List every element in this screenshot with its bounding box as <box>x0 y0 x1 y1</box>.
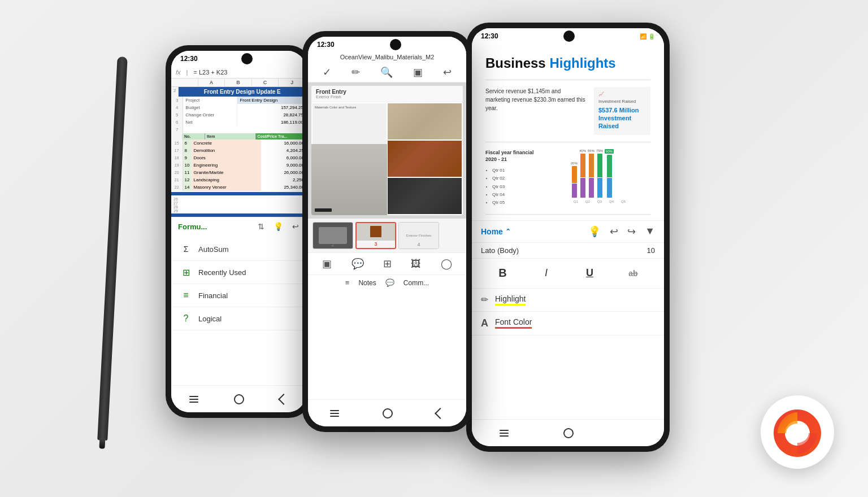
ppt-nav-bar <box>308 399 466 426</box>
word-service-text: Service revenue $1,145m and marketing re… <box>485 87 587 135</box>
row-num: 5 <box>171 111 183 119</box>
x-label-q4: Q4 <box>606 200 617 203</box>
menu-item-financial[interactable]: ≡ Financial <box>171 284 306 307</box>
word-bottom-toolbar: Home ⌃ 💡 ↩ ↪ ▼ Lato (Body) 10 B I U <box>472 220 664 335</box>
menu-item-recently-used[interactable]: ⊞ Recently Used <box>171 261 306 284</box>
col-header-a: A <box>198 79 225 86</box>
row-num: 4 <box>171 104 183 111</box>
ppt-bottom-toolbar[interactable]: ▣ 💬 ⊞ 🖼 ◯ <box>308 252 466 274</box>
home-tab[interactable]: Home ⌃ <box>481 227 511 236</box>
bar-group-q5: 90% <box>605 149 614 198</box>
ppt-nav-menu[interactable] <box>330 410 339 417</box>
ppt-right-content <box>388 103 462 214</box>
word-investment-raised-icon: 📈 <box>598 91 646 97</box>
table-row: 17 8 Demolition 4,204.25 <box>171 147 306 154</box>
ppt-undo-icon[interactable]: ↩ <box>443 66 452 79</box>
word-highlight-row[interactable]: ✏ Highlight <box>472 289 664 312</box>
comment-icon[interactable]: 💬 <box>351 258 364 270</box>
ppt-toolbar[interactable]: ✓ ✏ 🔍 ▣ ↩ <box>308 63 466 82</box>
ppt-main-slide[interactable]: Front Entry Exterior Finish Materials Co… <box>311 86 463 215</box>
menu-item-logical[interactable]: ? Logical <box>171 307 306 330</box>
check-icon[interactable]: ✓ <box>323 66 331 79</box>
list-item: Qtr 05 <box>492 199 565 207</box>
word-divider-1 <box>485 80 650 80</box>
bar-q3-a <box>589 154 594 177</box>
bar-group-q1: 20% <box>571 149 578 198</box>
word-nav-home[interactable] <box>563 428 574 438</box>
office-logo <box>761 395 834 469</box>
notes-icon[interactable]: ≡ <box>345 278 350 287</box>
cost-table-header: No. Item Cost/Price Tra... <box>171 133 306 139</box>
present-icon[interactable]: ▣ <box>413 66 423 79</box>
strikethrough-button[interactable]: ab <box>623 263 644 284</box>
excel-camera <box>241 53 253 64</box>
slide-view-icon[interactable]: ▣ <box>322 258 332 270</box>
word-status-icons: 📶 🔋 <box>640 33 655 40</box>
excel-formula-bar[interactable]: fx | = L23 + K23 <box>171 67 306 79</box>
excel-col-headers: A B C J <box>171 79 306 87</box>
excel-project-table: 3 Project Front Entry Design 4 Budget 15… <box>171 97 306 133</box>
ppt-camera <box>390 39 401 50</box>
word-status-bar: 12:30 📶 🔋 <box>472 28 664 44</box>
font-color-bar <box>495 327 532 329</box>
word-divider-3 <box>485 214 650 215</box>
word-font-size[interactable]: 10 <box>647 246 655 255</box>
nav-home-icon[interactable] <box>234 394 244 404</box>
excel-toolbar-icons: ⇅ 💡 ↩ <box>258 222 299 231</box>
word-redo-icon[interactable]: ↪ <box>627 225 636 238</box>
italic-button[interactable]: I <box>536 263 557 284</box>
ppt-time: 12:30 <box>317 41 335 49</box>
ppt-metal-material <box>388 178 462 214</box>
word-document-title: Business Highlights <box>485 55 650 72</box>
table-row: 20 11 Granite/Marble 26,000.00 <box>171 169 306 176</box>
image-icon[interactable]: 🖼 <box>411 258 421 270</box>
bold-button[interactable]: B <box>493 263 513 284</box>
col-header-row <box>171 79 198 86</box>
formula-display: = L23 + K23 <box>193 69 227 76</box>
bulb-icon[interactable]: 💡 <box>274 222 283 231</box>
ppt-nav-home[interactable] <box>383 408 393 418</box>
ppt-nav-back[interactable] <box>435 408 446 419</box>
excel-formula-label[interactable]: Formu... <box>178 223 207 231</box>
comments-label[interactable]: Comm... <box>403 279 429 287</box>
word-title-highlight: Highlights <box>549 55 615 71</box>
word-tab-row[interactable]: Home ⌃ 💡 ↩ ↪ ▼ <box>472 221 664 243</box>
ppt-thumb-2[interactable]: 2 <box>313 222 353 249</box>
word-more-icon[interactable]: ▼ <box>645 225 655 237</box>
highlight-pen-icon: ✏ <box>481 294 488 305</box>
ppt-notes-row: ≡ Notes 💬 Comm... <box>308 274 466 290</box>
x-label-q5: Q5 <box>618 200 628 203</box>
ppt-label-bar <box>315 208 332 212</box>
shape-icon[interactable]: ◯ <box>441 258 452 270</box>
ppt-phone: 12:30 OceanView_Malibu_Materials_M2 ✓ ✏ … <box>302 31 472 432</box>
word-investment-amount: $537.6 MillionInvestmentRaised <box>598 106 646 130</box>
nav-menu-icon[interactable] <box>189 396 198 403</box>
nav-back-icon[interactable] <box>278 394 289 405</box>
word-bulb-icon[interactable]: 💡 <box>588 225 601 238</box>
financial-icon: ≡ <box>180 290 192 301</box>
word-undo-icon[interactable]: ↩ <box>610 225 618 238</box>
recently-used-label: Recently Used <box>198 268 246 277</box>
bar-q4-b <box>597 178 602 198</box>
excel-menu: Σ AutoSum ⊞ Recently Used ≡ Financial ? … <box>171 236 306 333</box>
bar-q5-a <box>607 155 612 178</box>
menu-item-autosum[interactable]: Σ AutoSum <box>171 238 306 261</box>
word-nav-menu[interactable] <box>500 430 509 437</box>
notes-label[interactable]: Notes <box>358 279 376 287</box>
sort-icon[interactable]: ⇅ <box>258 222 264 231</box>
underline-button[interactable]: U <box>580 263 600 284</box>
ppt-title-bar: OceanView_Malibu_Materials_M2 <box>308 53 466 63</box>
ppt-thumb-4[interactable]: Exterior Finishes 4 <box>398 222 439 249</box>
word-font-name[interactable]: Lato (Body) <box>481 246 519 255</box>
grid-icon[interactable]: ⊞ <box>383 258 392 270</box>
table-row: 22 14 Masonry Veneer 25,340.00 <box>171 184 306 191</box>
word-nav-placeholder <box>628 429 636 437</box>
comments-icon[interactable]: 💬 <box>385 278 394 287</box>
highlight-color-bar <box>495 304 526 306</box>
ppt-thumb-3[interactable]: 3 <box>355 222 396 249</box>
pen-icon[interactable]: ✏ <box>351 66 360 79</box>
undo-icon[interactable]: ↩ <box>292 222 299 231</box>
word-font-color-row[interactable]: A Font Color <box>472 312 664 335</box>
search-icon[interactable]: 🔍 <box>380 66 393 79</box>
row-num: 6 <box>171 119 183 126</box>
